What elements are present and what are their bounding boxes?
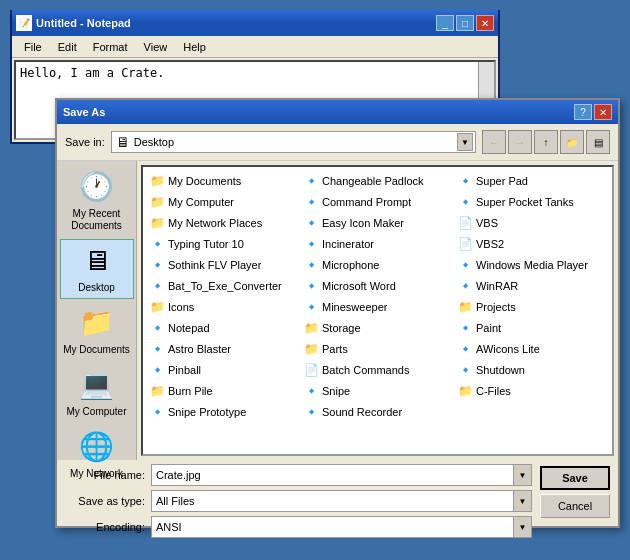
- filetype-dropdown-arrow[interactable]: ▼: [513, 491, 531, 511]
- menu-view[interactable]: View: [136, 39, 176, 55]
- nav-newfolder-button[interactable]: 📁: [560, 130, 584, 154]
- mycomputer-icon: 💻: [79, 368, 115, 404]
- file-item[interactable]: 🔹Sound Recorder: [301, 402, 454, 422]
- file-item[interactable]: 📁Burn Pile: [147, 381, 300, 401]
- file-item[interactable]: 📁My Computer: [147, 192, 300, 212]
- file-name: Icons: [168, 301, 194, 313]
- file-name: C-Files: [476, 385, 511, 397]
- file-item[interactable]: 🔹Windows Media Player: [455, 255, 608, 275]
- file-icon: 🔹: [303, 215, 319, 231]
- menu-help[interactable]: Help: [175, 39, 214, 55]
- desktop-icon: 🖥: [79, 244, 115, 280]
- file-item[interactable]: 🔹Shutdown: [455, 360, 608, 380]
- notepad-titlebar-buttons: _ □ ✕: [436, 15, 494, 31]
- file-item[interactable]: 📁Parts: [301, 339, 454, 359]
- file-item[interactable]: 📄Batch Commands: [301, 360, 454, 380]
- encoding-value: ANSI: [156, 521, 182, 533]
- saveas-title-buttons: ? ✕: [574, 104, 612, 120]
- notepad-maximize-button[interactable]: □: [456, 15, 474, 31]
- file-icon: 🔹: [303, 173, 319, 189]
- filetype-value: All Files: [156, 495, 195, 507]
- filetype-input[interactable]: All Files ▼: [151, 490, 532, 512]
- file-item[interactable]: 🔹Microsoft Word: [301, 276, 454, 296]
- menu-format[interactable]: Format: [85, 39, 136, 55]
- file-icon: 🔹: [303, 278, 319, 294]
- nav-views-button[interactable]: ▤: [586, 130, 610, 154]
- file-item[interactable]: 📁C-Files: [455, 381, 608, 401]
- save-button[interactable]: Save: [540, 466, 610, 490]
- nav-forward-button[interactable]: →: [508, 130, 532, 154]
- file-item[interactable]: 📄VBS2: [455, 234, 608, 254]
- saveas-help-button[interactable]: ?: [574, 104, 592, 120]
- file-item[interactable]: 🔹Command Prompt: [301, 192, 454, 212]
- saveas-file-list[interactable]: 📁My Documents🔹Changeable Padlock🔹Super P…: [141, 165, 614, 456]
- file-item[interactable]: 📁Projects: [455, 297, 608, 317]
- file-name: My Documents: [168, 175, 241, 187]
- encoding-input[interactable]: ANSI ▼: [151, 516, 532, 538]
- file-name: My Network Places: [168, 217, 262, 229]
- file-icon: 🔹: [303, 383, 319, 399]
- file-name: Storage: [322, 322, 361, 334]
- file-icon: 📁: [149, 173, 165, 189]
- notepad-close-button[interactable]: ✕: [476, 15, 494, 31]
- cancel-button[interactable]: Cancel: [540, 494, 610, 518]
- file-item[interactable]: 📁My Documents: [147, 171, 300, 191]
- file-item[interactable]: 🔹Easy Icon Maker: [301, 213, 454, 233]
- menu-file[interactable]: File: [16, 39, 50, 55]
- file-item[interactable]: 🔹WinRAR: [455, 276, 608, 296]
- filename-input[interactable]: Crate.jpg ▼: [151, 464, 532, 486]
- file-item[interactable]: 🔹Super Pocket Tanks: [455, 192, 608, 212]
- file-item[interactable]: 🔹Microphone: [301, 255, 454, 275]
- file-item[interactable]: 🔹Changeable Padlock: [301, 171, 454, 191]
- file-item[interactable]: 🔹Astro Blaster: [147, 339, 300, 359]
- nav-up-button[interactable]: ↑: [534, 130, 558, 154]
- file-item[interactable]: 🔹Super Pad: [455, 171, 608, 191]
- file-icon: 📁: [149, 299, 165, 315]
- file-item[interactable]: 🔹Bat_To_Exe_Converter: [147, 276, 300, 296]
- file-icon: 📁: [303, 341, 319, 357]
- encoding-dropdown-arrow[interactable]: ▼: [513, 517, 531, 537]
- desktop-label: Desktop: [78, 282, 115, 294]
- file-item[interactable]: 🔹AWicons Lite: [455, 339, 608, 359]
- sidebar-item-recent[interactable]: 🕐 My Recent Documents: [60, 165, 134, 237]
- file-item[interactable]: 🔹Paint: [455, 318, 608, 338]
- sidebar-item-desktop[interactable]: 🖥 Desktop: [60, 239, 134, 299]
- mydocuments-label: My Documents: [63, 344, 130, 356]
- file-item[interactable]: 📁Storage: [301, 318, 454, 338]
- file-item[interactable]: 🔹Snipe Prototype: [147, 402, 300, 422]
- filename-dropdown-arrow[interactable]: ▼: [513, 465, 531, 485]
- file-icon: 🔹: [303, 236, 319, 252]
- file-item[interactable]: 🔹Sothink FLV Player: [147, 255, 300, 275]
- file-name: AWicons Lite: [476, 343, 540, 355]
- file-item[interactable]: 📄VBS: [455, 213, 608, 233]
- filetype-label: Save as type:: [65, 495, 145, 507]
- file-item[interactable]: 🔹Notepad: [147, 318, 300, 338]
- file-item[interactable]: 🔹Snipe: [301, 381, 454, 401]
- encoding-row: Encoding: ANSI ▼: [65, 516, 532, 538]
- saveas-dialog: Save As ? ✕ Save in: 🖥 Desktop ▼ ← → ↑ 📁…: [55, 98, 620, 528]
- file-item[interactable]: 📁Icons: [147, 297, 300, 317]
- file-icon: 🔹: [457, 173, 473, 189]
- encoding-label: Encoding:: [65, 521, 145, 533]
- file-item[interactable]: 🔹Typing Tutor 10: [147, 234, 300, 254]
- file-item[interactable]: 🔹Pinball: [147, 360, 300, 380]
- save-in-dropdown-arrow[interactable]: ▼: [457, 133, 473, 151]
- nav-back-button[interactable]: ←: [482, 130, 506, 154]
- file-icon: 📁: [457, 383, 473, 399]
- file-icon: 📄: [457, 236, 473, 252]
- sidebar-item-mydocuments[interactable]: 📁 My Documents: [60, 301, 134, 361]
- file-icon: 📁: [303, 320, 319, 336]
- file-name: Typing Tutor 10: [168, 238, 244, 250]
- save-in-combo[interactable]: 🖥 Desktop ▼: [111, 131, 476, 153]
- file-item[interactable]: 📁My Network Places: [147, 213, 300, 233]
- filename-label: File name:: [65, 469, 145, 481]
- menu-edit[interactable]: Edit: [50, 39, 85, 55]
- file-name: Microphone: [322, 259, 379, 271]
- file-item[interactable]: 🔹Minesweeper: [301, 297, 454, 317]
- file-name: Snipe: [322, 385, 350, 397]
- file-item[interactable]: 🔹Incinerator: [301, 234, 454, 254]
- file-icon: 🔹: [303, 257, 319, 273]
- sidebar-item-mycomputer[interactable]: 💻 My Computer: [60, 363, 134, 423]
- saveas-close-button[interactable]: ✕: [594, 104, 612, 120]
- notepad-minimize-button[interactable]: _: [436, 15, 454, 31]
